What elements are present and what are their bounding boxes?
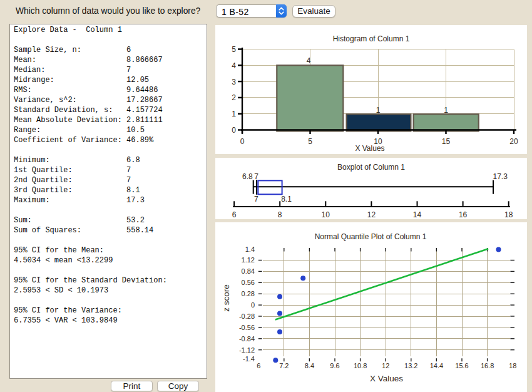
svg-text:12: 12 (382, 362, 389, 369)
svg-text:5: 5 (308, 137, 312, 146)
svg-text:3: 3 (232, 78, 236, 86)
svg-text:2: 2 (232, 93, 236, 102)
svg-text:-0.84: -0.84 (239, 335, 255, 343)
svg-text:z score: z score (222, 284, 231, 312)
svg-text:0.28: 0.28 (242, 290, 255, 297)
svg-text:8.1: 8.1 (281, 195, 292, 204)
svg-text:12: 12 (367, 210, 376, 219)
svg-text:1.4: 1.4 (245, 245, 255, 253)
svg-text:5: 5 (232, 45, 236, 54)
svg-text:0: 0 (240, 137, 245, 146)
svg-text:-1.4: -1.4 (243, 355, 255, 363)
svg-text:7.2: 7.2 (279, 362, 289, 369)
svg-text:Normal Quantile Plot of Column: Normal Quantile Plot of Column 1 (315, 232, 427, 241)
svg-text:6: 6 (257, 362, 260, 369)
svg-text:0.84: 0.84 (242, 267, 255, 275)
svg-text:1: 1 (444, 106, 448, 115)
svg-text:20: 20 (509, 137, 518, 146)
svg-text:1.12: 1.12 (242, 256, 255, 264)
svg-text:10.8: 10.8 (354, 362, 367, 369)
svg-text:14: 14 (413, 210, 422, 219)
svg-text:1: 1 (376, 106, 381, 115)
svg-text:1: 1 (232, 110, 236, 118)
svg-text:16: 16 (459, 210, 468, 219)
svg-text:16.8: 16.8 (481, 362, 494, 369)
svg-text:Boxplot of Column 1: Boxplot of Column 1 (337, 163, 405, 172)
svg-text:4: 4 (307, 56, 311, 65)
svg-text:0: 0 (251, 301, 255, 309)
svg-text:18: 18 (504, 210, 513, 219)
svg-text:X Values: X Values (355, 144, 384, 153)
svg-text:13.2: 13.2 (404, 362, 417, 369)
svg-text:-1.12: -1.12 (239, 346, 255, 354)
svg-text:6.8: 6.8 (242, 172, 253, 181)
svg-text:-0.28: -0.28 (239, 312, 255, 320)
svg-text:9.6: 9.6 (330, 362, 339, 369)
svg-text:8: 8 (278, 210, 282, 219)
svg-text:0: 0 (232, 126, 236, 135)
svg-text:10: 10 (322, 210, 330, 219)
svg-text:17.3: 17.3 (493, 172, 508, 181)
svg-text:7: 7 (254, 172, 258, 181)
svg-text:6: 6 (232, 210, 237, 219)
svg-text:4: 4 (232, 61, 236, 70)
svg-text:15: 15 (442, 137, 451, 146)
svg-text:-0.56: -0.56 (239, 324, 255, 331)
svg-text:15.6: 15.6 (455, 362, 468, 369)
svg-text:7: 7 (254, 195, 258, 204)
svg-text:0.56: 0.56 (242, 279, 255, 286)
svg-text:8.4: 8.4 (305, 362, 314, 369)
svg-text:18: 18 (509, 362, 516, 369)
svg-text:Histogram of Column 1: Histogram of Column 1 (333, 34, 410, 43)
svg-text:X Values: X Values (370, 374, 403, 383)
svg-text:14.4: 14.4 (430, 362, 443, 369)
